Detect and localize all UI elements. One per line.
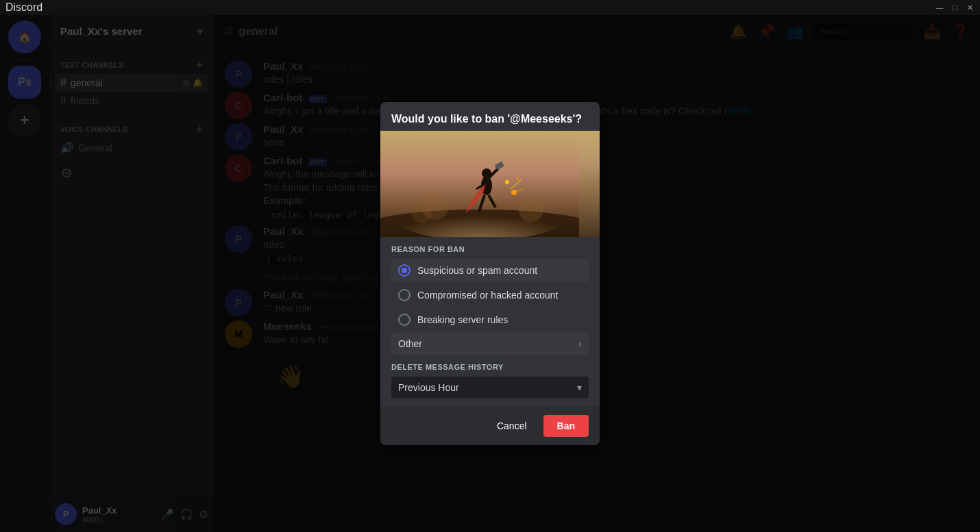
svg-point-17 [519, 197, 543, 222]
battle-scene-svg [380, 131, 579, 237]
delete-dropdown-text: Previous Hour [398, 382, 459, 393]
ban-button[interactable]: Ban [543, 415, 589, 437]
svg-point-16 [411, 203, 432, 223]
ban-modal: Would you like to ban '@Meeseeks'? ADMIN [380, 102, 600, 445]
other-option-label: Other [398, 338, 422, 349]
modal-title: Would you like to ban '@Meeseeks'? [380, 102, 600, 131]
other-option[interactable]: Other › [391, 333, 589, 355]
modal-footer: Cancel Ban [380, 407, 600, 445]
radio-label-spam: Suspicious or spam account [417, 265, 537, 276]
app-title: Discord [5, 1, 42, 14]
reason-section-label: REASON FOR BAN [391, 245, 589, 253]
radio-option-rules[interactable]: Breaking server rules [391, 308, 589, 331]
maximize-button[interactable]: □ [950, 3, 959, 12]
delete-dropdown[interactable]: Previous Hour ▾ [391, 377, 589, 398]
delete-section: DELETE MESSAGE HISTORY Previous Hour ▾ [391, 363, 589, 398]
modal-body: REASON FOR BAN Suspicious or spam accoun… [380, 237, 600, 407]
titlebar-controls: — □ ✕ [935, 3, 975, 12]
radio-label-rules: Breaking server rules [417, 314, 508, 325]
radio-circle-rules [398, 314, 411, 326]
dropdown-arrow-icon: ▾ [577, 382, 582, 393]
radio-option-hacked[interactable]: Compromised or hacked account [391, 283, 589, 307]
other-chevron-icon: › [578, 338, 582, 349]
close-button[interactable]: ✕ [965, 3, 975, 12]
radio-option-spam[interactable]: Suspicious or spam account [391, 259, 589, 282]
radio-label-hacked: Compromised or hacked account [417, 290, 558, 301]
modal-gif-area: ADMIN [380, 131, 600, 237]
modal-gif-inner: ADMIN [380, 131, 600, 237]
minimize-button[interactable]: — [935, 3, 944, 12]
titlebar: Discord — □ ✕ [0, 0, 980, 15]
svg-point-11 [505, 180, 509, 184]
svg-point-12 [516, 177, 519, 180]
radio-circle-spam [398, 264, 411, 277]
radio-circle-hacked [398, 289, 411, 301]
delete-section-label: DELETE MESSAGE HISTORY [391, 363, 589, 371]
modal-overlay: Would you like to ban '@Meeseeks'? ADMIN [0, 15, 980, 532]
cancel-button[interactable]: Cancel [486, 415, 538, 437]
